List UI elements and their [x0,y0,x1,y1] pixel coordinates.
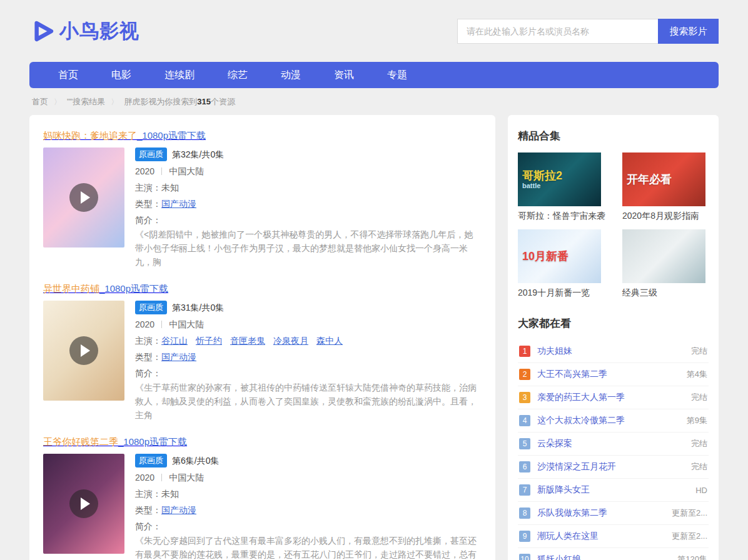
collection-card[interactable]: 哥斯拉2 battle 哥斯拉：怪兽宇宙来袭 [518,152,612,222]
collections-grid: 哥斯拉2 battle 哥斯拉：怪兽宇宙来袭 开年必看 2020年8月观影指南 … [518,152,709,299]
play-logo-icon [29,18,57,45]
nav-item-3[interactable]: 综艺 [228,69,248,82]
actor-name[interactable]: 忻子约 [196,336,222,346]
search-results-panel: 妈咪快跑：爹地追来了_1080p迅雷下载 原画质第32集/共0集 2020中国大… [29,115,495,560]
collection-card[interactable]: 10月新番 2019十月新番一览 [518,229,612,299]
collection-card-caption[interactable]: 经典三级 [622,288,716,299]
result-thumbnail[interactable] [43,454,124,554]
nav-item-0[interactable]: 首页 [58,69,78,82]
nav-item-1[interactable]: 电影 [111,69,131,82]
result-description: 《生于草药世家的孙家有，被其祖传的中药铺传送至轩辕大陆凭借神奇的草药技能，治病救… [135,381,482,422]
quality-badge: 原画质 [135,454,167,468]
rank-badge: 1 [519,346,530,357]
site-logo[interactable]: 小鸟影视 [29,18,139,45]
breadcrumb-home-link[interactable]: 首页 [32,96,48,108]
collection-card-caption[interactable]: 2020年8月观影指南 [622,211,716,222]
quality-badge: 原画质 [135,148,167,161]
genre-link[interactable]: 国产动漫 [161,505,196,515]
search-result-item: 王爷你好贱第二季_1080p迅雷下载 原画质第6集/共0集 2020中国大陆 主… [43,436,482,560]
result-info: 原画质第32集/共0集 2020中国大陆 主演：未知 类型：国产动漫 简介： 《… [135,148,482,269]
genre-link[interactable]: 国产动漫 [161,199,196,209]
result-title-link[interactable]: 妈咪快跑：爹地追来了_1080p迅雷下载 [43,130,206,141]
type-label: 类型： [135,505,161,515]
hot-item-link[interactable]: 新版降头女王 [537,484,695,496]
result-year: 2020 [135,472,154,482]
hot-item-status: 完结 [691,346,707,357]
rank-badge: 6 [519,461,530,472]
type-label: 类型： [135,199,161,209]
search-result-item: 异世界中药铺_1080p迅雷下载 原画质第31集/共0集 2020中国大陆 主演… [43,283,482,422]
collection-card-image[interactable]: 10月新番 [518,229,601,283]
nav-item-2[interactable]: 连续剧 [164,69,195,82]
rank-badge: 8 [519,508,530,519]
search-input[interactable] [457,19,658,44]
hot-item-status: 更新至2... [672,508,707,519]
episode-count: 第31集/共0集 [172,302,224,312]
genre-link[interactable]: 国产动漫 [161,352,196,362]
collection-card-image[interactable] [622,229,705,283]
hot-item-link[interactable]: 狐妖小红娘 [537,554,677,560]
hot-list-item: 5 云朵探案 完结 [518,432,709,456]
hot-list: 1 功夫姐妹 完结 2 大王不高兴第二季 第4集 3 亲爱的药王大人第一季 完结… [518,340,709,560]
hot-item-link[interactable]: 这个大叔太冷傲第二季 [537,415,687,426]
hot-item-link[interactable]: 潮玩人类在这里 [537,531,672,542]
hot-item-link[interactable]: 功夫姐妹 [537,346,691,357]
hot-list-item: 9 潮玩人类在这里 更新至2... [518,525,709,548]
result-count: 315 [197,97,211,106]
hot-list-item: 4 这个大叔太冷傲第二季 第9集 [518,409,709,432]
rank-badge: 10 [519,554,530,560]
hot-item-link[interactable]: 亲爱的药王大人第一季 [537,392,691,403]
card-overlay-text: 哥斯拉2 [522,169,601,182]
play-icon [69,183,98,212]
actor-name[interactable]: 音匣老鬼 [230,336,265,346]
quality-badge: 原画质 [135,301,167,314]
hot-list-item: 1 功夫姐妹 完结 [518,340,709,363]
rank-badge: 2 [519,369,530,380]
result-region: 中国大陆 [169,472,204,482]
result-title-link[interactable]: 王爷你好贱第二季_1080p迅雷下载 [43,436,187,447]
actor-name[interactable]: 谷江山 [161,336,188,346]
collection-card[interactable]: 开年必看 2020年8月观影指南 [622,152,716,222]
result-info: 原画质第31集/共0集 2020中国大陆 主演：谷江山忻子约音匣老鬼冷泉夜月森中… [135,301,482,422]
starring-label: 主演： [135,336,161,346]
result-thumbnail[interactable] [43,148,124,248]
nav-item-4[interactable]: 动漫 [281,69,301,82]
collection-card-image[interactable]: 哥斯拉2 battle [518,152,601,206]
sidebar: 精品合集 哥斯拉2 battle 哥斯拉：怪兽宇宙来袭 开年必看 2020年8月… [508,115,719,560]
hot-list-item: 8 乐队我做东第二季 更新至2... [518,502,709,525]
breadcrumb-separator: 〉 [111,97,118,108]
hot-item-status: 第4集 [687,369,707,380]
actor-name[interactable]: 森中人 [316,336,343,346]
hot-item-link[interactable]: 大王不高兴第二季 [537,369,687,380]
nav-item-6[interactable]: 专题 [387,69,407,82]
result-year: 2020 [135,166,154,176]
result-thumbnail[interactable] [43,301,124,401]
actor-list: 未知 [161,182,187,192]
collection-card[interactable]: 经典三级 [622,229,716,299]
hot-list-item: 10 狐妖小红娘 第120集 [518,548,709,560]
search-result-item: 妈咪快跑：爹地追来了_1080p迅雷下载 原画质第32集/共0集 2020中国大… [43,130,482,269]
actor-name[interactable]: 冷泉夜月 [273,336,308,346]
site-header: 小鸟影视 搜索影片 [29,0,719,45]
intro-label: 简介： [135,368,161,378]
starring-label: 主演： [135,182,161,192]
rank-badge: 5 [519,438,530,449]
breadcrumb: 首页 〉 ""搜索结果 〉 胖虎影视为你搜索到315个资源 [32,96,716,108]
rank-badge: 9 [519,531,530,542]
card-overlay-text: 开年必看 [627,173,705,186]
divider [161,321,162,328]
nav-item-5[interactable]: 资讯 [334,69,354,82]
result-title-suffix: _1080p迅雷下载 [99,283,168,294]
rank-badge: 4 [519,415,530,426]
starring-label: 主演： [135,489,161,499]
collection-card-image[interactable]: 开年必看 [622,152,705,206]
result-title-link[interactable]: 异世界中药铺_1080p迅雷下载 [43,283,168,294]
search-button[interactable]: 搜索影片 [658,19,719,44]
collection-card-caption[interactable]: 哥斯拉：怪兽宇宙来袭 [518,211,612,222]
collection-card-caption[interactable]: 2019十月新番一览 [518,288,612,299]
hot-item-status: 更新至2... [672,531,707,542]
hot-item-link[interactable]: 沙漠情深之五月花开 [537,461,691,472]
hot-item-link[interactable]: 云朵探案 [537,438,691,449]
main-nav: 首页电影连续剧综艺动漫资讯专题 [29,62,719,88]
hot-item-link[interactable]: 乐队我做东第二季 [537,508,672,519]
